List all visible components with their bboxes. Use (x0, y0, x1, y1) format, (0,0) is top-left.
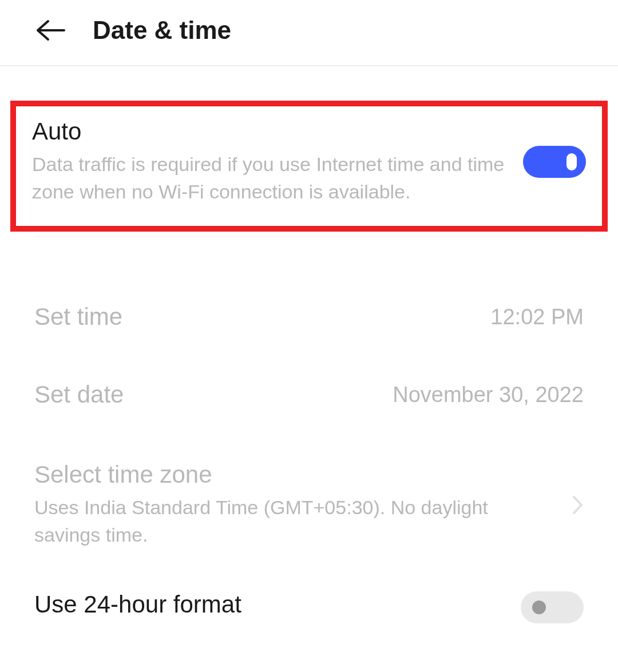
set-time-row[interactable]: Set time 12:02 PM (0, 278, 618, 356)
time-zone-text: Select time zone Uses India Standard Tim… (34, 461, 561, 548)
time-zone-label: Select time zone (34, 461, 561, 488)
page-title: Date & time (93, 16, 231, 45)
auto-title: Auto (32, 118, 506, 145)
spacer (0, 237, 618, 278)
time-zone-description: Uses India Standard Time (GMT+05:30). No… (34, 494, 504, 548)
set-date-value: November 30, 2022 (393, 383, 584, 407)
chevron-right-icon (572, 495, 584, 515)
back-arrow-icon[interactable] (35, 19, 65, 42)
set-time-value: 12:02 PM (490, 305, 584, 329)
time-zone-row[interactable]: Select time zone Uses India Standard Tim… (0, 434, 618, 576)
auto-highlight-box: Auto Data traffic is required if you use… (10, 101, 608, 232)
hour-format-label: Use 24-hour format (34, 591, 241, 618)
content: Auto Data traffic is required if you use… (0, 66, 618, 639)
set-date-row[interactable]: Set date November 30, 2022 (0, 356, 618, 434)
hour-format-row[interactable]: Use 24-hour format (0, 576, 618, 639)
toggle-knob (566, 153, 577, 170)
auto-text: Auto Data traffic is required if you use… (32, 118, 506, 205)
auto-toggle[interactable] (523, 146, 586, 178)
auto-description: Data traffic is required if you use Inte… (32, 151, 506, 205)
set-time-label: Set time (34, 303, 122, 331)
set-date-label: Set date (34, 381, 124, 408)
auto-row[interactable]: Auto Data traffic is required if you use… (32, 118, 586, 205)
toggle-knob (532, 601, 546, 614)
header: Date & time (0, 0, 618, 66)
hour-format-toggle[interactable] (521, 591, 584, 623)
